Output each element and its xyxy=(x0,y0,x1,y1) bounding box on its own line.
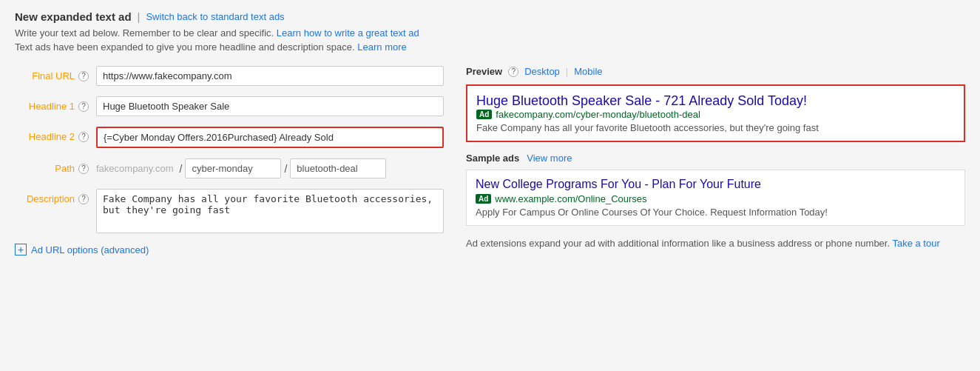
ad-url-options-label: Ad URL options (advanced) xyxy=(31,244,149,255)
headline2-help-icon[interactable]: ? xyxy=(78,132,89,142)
path-base: fakecompany.com xyxy=(96,163,177,174)
final-url-help-icon[interactable]: ? xyxy=(78,71,89,81)
description-label-group: Description ? xyxy=(15,189,96,204)
ad-url-options[interactable]: + Ad URL options (advanced) xyxy=(15,244,444,255)
headline2-row: Headline 2 ? xyxy=(15,127,444,148)
headline1-help-icon[interactable]: ? xyxy=(78,101,89,112)
plus-icon: + xyxy=(15,244,27,255)
final-url-row: Final URL ? xyxy=(15,66,444,86)
info-line-2: Text ads have been expanded to give you … xyxy=(15,41,965,53)
preview-tab-mobile[interactable]: Mobile xyxy=(574,66,602,77)
info-line-1: Write your text ad below. Remember to be… xyxy=(15,27,965,39)
preview-ad-description: Fake Company has all your favorite Bluet… xyxy=(476,122,955,133)
description-row: Description ? Fake Company has all your … xyxy=(15,189,444,233)
sample-ad-box-1: New College Programs For You - Plan For … xyxy=(466,170,965,226)
final-url-input[interactable] xyxy=(96,66,444,86)
page-title: New expanded text ad xyxy=(15,10,132,23)
sample-ads-title: Sample ads xyxy=(466,153,519,164)
sample-ad-1-headline[interactable]: New College Programs For You - Plan For … xyxy=(476,178,956,191)
headline1-label: Headline 1 xyxy=(29,101,75,112)
path2-input[interactable] xyxy=(290,158,386,178)
path-inputs-group: fakecompany.com / / xyxy=(96,158,386,178)
preview-ad-box: Huge Bluetooth Speaker Sale - 721 Alread… xyxy=(466,84,965,142)
header-section: New expanded text ad | Switch back to st… xyxy=(15,10,965,23)
sample-ad-1-url-line: Ad www.example.com/Online_Courses xyxy=(476,193,956,204)
path-help-icon[interactable]: ? xyxy=(78,164,89,174)
preview-title: Preview xyxy=(466,66,502,77)
preview-header: Preview ? Desktop | Mobile xyxy=(466,66,965,77)
form-section: Final URL ? Headline 1 ? Headline 2 ? Pa… xyxy=(15,66,444,255)
headline2-label-group: Headline 2 ? xyxy=(15,127,96,142)
learn-more-link[interactable]: Learn more xyxy=(357,41,406,53)
path-row: Path ? fakecompany.com / / xyxy=(15,158,444,178)
ad-extensions-text: Ad extensions expand your ad with additi… xyxy=(466,236,965,252)
header-separator: | xyxy=(138,10,141,23)
switch-to-standard-link[interactable]: Switch back to standard text ads xyxy=(146,11,284,22)
headline1-input[interactable] xyxy=(96,96,444,116)
path1-input[interactable] xyxy=(185,158,281,178)
path-label-group: Path ? xyxy=(15,158,96,174)
sample-ad-1-description: Apply For Campus Or Online Courses Of Yo… xyxy=(476,207,956,218)
path-slash-1: / xyxy=(177,163,186,175)
preview-tab-desktop[interactable]: Desktop xyxy=(524,66,560,77)
preview-ad-headline[interactable]: Huge Bluetooth Speaker Sale - 721 Alread… xyxy=(476,93,807,108)
path-slash-2: / xyxy=(281,163,290,175)
final-url-label: Final URL xyxy=(32,70,75,81)
sample-ad-1-url: www.example.com/Online_Courses xyxy=(495,193,646,204)
headline2-label: Headline 2 xyxy=(29,131,75,142)
learn-how-link[interactable]: Learn how to write a great text ad xyxy=(277,27,419,39)
sample-ads-header: Sample ads View more xyxy=(466,153,965,164)
headline2-input[interactable] xyxy=(96,127,444,148)
preview-ad-url: fakecompany.com/cyber-monday/bluetooth-d… xyxy=(496,109,700,120)
path-label: Path xyxy=(55,163,75,174)
info-line-2-prefix: Text ads have been expanded to give you … xyxy=(15,41,357,53)
preview-help-icon[interactable]: ? xyxy=(508,67,518,77)
final-url-label-group: Final URL ? xyxy=(15,66,96,81)
headline1-row: Headline 1 ? xyxy=(15,96,444,116)
view-more-link[interactable]: View more xyxy=(527,153,572,164)
main-content: Final URL ? Headline 1 ? Headline 2 ? Pa… xyxy=(15,66,965,255)
ad-extensions-body: Ad extensions expand your ad with additi… xyxy=(466,238,892,249)
sample-ad-1-badge: Ad xyxy=(476,194,491,204)
description-help-icon[interactable]: ? xyxy=(78,194,89,204)
preview-section: Preview ? Desktop | Mobile Huge Bluetoot… xyxy=(466,66,965,255)
headline1-label-group: Headline 1 ? xyxy=(15,96,96,112)
preview-pipe: | xyxy=(566,66,568,77)
preview-ad-badge: Ad xyxy=(476,110,492,119)
description-input[interactable]: Fake Company has all your favorite Bluet… xyxy=(96,189,444,233)
preview-ad-url-line: Ad fakecompany.com/cyber-monday/bluetoot… xyxy=(476,109,955,120)
info-line-1-prefix: Write your text ad below. Remember to be… xyxy=(15,27,277,39)
description-label: Description xyxy=(27,193,75,204)
take-tour-link[interactable]: Take a tour xyxy=(892,238,939,249)
